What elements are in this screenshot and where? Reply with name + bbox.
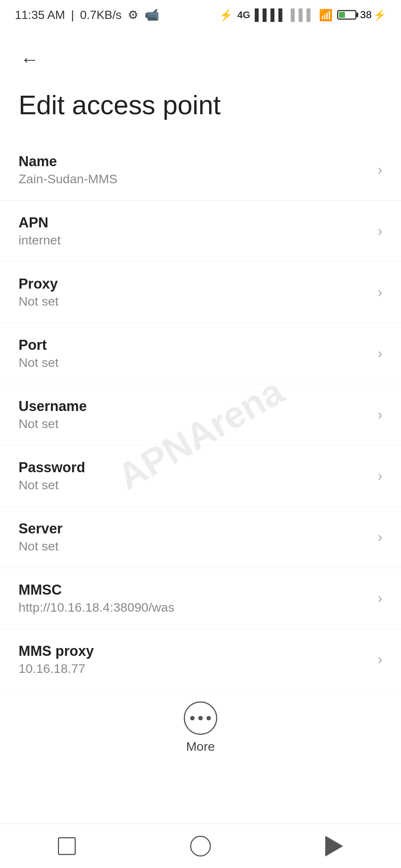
settings-label-proxy: Proxy <box>19 276 370 292</box>
settings-item-content-mmsc: MMSC http://10.16.18.4:38090/was <box>19 582 370 615</box>
signal-icon-2: ▌▌▌ <box>291 9 314 21</box>
more-button[interactable]: More <box>184 701 217 754</box>
settings-item-content-port: Port Not set <box>19 337 370 370</box>
settings-label-port: Port <box>19 337 370 353</box>
settings-list: Name Zain-Sudan-MMS › APN internet › Pro… <box>0 139 401 690</box>
settings-value-mms-proxy: 10.16.18.77 <box>19 661 370 676</box>
dot-3 <box>206 716 211 720</box>
settings-value-username: Not set <box>19 417 370 431</box>
settings-item-username[interactable]: Username Not set › <box>0 384 401 445</box>
settings-item-mmsc[interactable]: MMSC http://10.16.18.4:38090/was › <box>0 568 401 629</box>
chevron-right-icon-mms-proxy: › <box>378 652 382 668</box>
settings-value-apn: internet <box>19 233 370 247</box>
settings-label-name: Name <box>19 154 370 170</box>
battery-fill <box>339 12 345 18</box>
dot-2 <box>198 716 203 720</box>
home-icon <box>190 836 211 857</box>
status-icons-right: ⚡ 4G ▌▌▌▌ ▌▌▌ 📶 38 ⚡ <box>219 9 386 22</box>
settings-item-content-password: Password Not set <box>19 460 370 492</box>
battery-box <box>337 10 356 20</box>
charging-icon: ⚡ <box>373 9 386 21</box>
settings-label-apn: APN <box>19 215 370 231</box>
settings-label-mms-proxy: MMS proxy <box>19 643 370 659</box>
battery-indicator: 38 ⚡ <box>337 9 386 21</box>
settings-item-password[interactable]: Password Not set › <box>0 445 401 507</box>
settings-item-content-proxy: Proxy Not set <box>19 276 370 309</box>
camera-icon: 📹 <box>144 8 159 22</box>
more-circle-icon <box>184 701 217 735</box>
settings-item-content-apn: APN internet <box>19 215 370 247</box>
settings-icon: ⚙ <box>128 8 138 22</box>
dot-1 <box>190 716 195 720</box>
back-button[interactable]: ← <box>15 45 45 74</box>
more-label: More <box>186 739 215 754</box>
more-dots <box>190 716 211 720</box>
status-left: 11:35 AM | 0.7KB/s ⚙ 📹 <box>15 8 159 22</box>
page-title: Edit access point <box>0 82 401 139</box>
settings-value-mmsc: http://10.16.18.4:38090/was <box>19 600 370 615</box>
nav-back[interactable] <box>316 831 353 861</box>
settings-item-proxy[interactable]: Proxy Not set › <box>0 262 401 323</box>
speed-display: | <box>71 8 74 22</box>
nav-recent-apps[interactable] <box>48 831 85 861</box>
recent-apps-icon <box>58 837 76 855</box>
settings-value-server: Not set <box>19 539 370 553</box>
nav-home[interactable] <box>182 831 219 861</box>
settings-item-port[interactable]: Port Not set › <box>0 323 401 384</box>
settings-label-server: Server <box>19 521 370 537</box>
settings-label-username: Username <box>19 398 370 414</box>
status-bar: 11:35 AM | 0.7KB/s ⚙ 📹 ⚡ 4G ▌▌▌▌ ▌▌▌ 📶 3… <box>0 0 401 30</box>
signal-icon: ▌▌▌▌ <box>255 9 286 21</box>
back-arrow-icon: ← <box>20 49 39 70</box>
settings-label-password: Password <box>19 460 370 476</box>
settings-value-name: Zain-Sudan-MMS <box>19 172 370 186</box>
settings-item-content-username: Username Not set <box>19 398 370 431</box>
settings-item-apn[interactable]: APN internet › <box>0 201 401 262</box>
battery-level: 38 <box>360 9 372 21</box>
speed-value: 0.7KB/s <box>80 8 122 22</box>
chevron-right-icon-mmsc: › <box>378 591 382 606</box>
settings-item-server[interactable]: Server Not set › <box>0 507 401 568</box>
settings-item-mms-proxy[interactable]: MMS proxy 10.16.18.77 › <box>0 629 401 690</box>
settings-label-mmsc: MMSC <box>19 582 370 598</box>
wifi-icon: 📶 <box>319 9 333 22</box>
back-icon <box>325 836 343 857</box>
4g-icon: 4G <box>237 9 250 21</box>
settings-value-password: Not set <box>19 478 370 492</box>
back-area: ← <box>0 30 401 82</box>
time-display: 11:35 AM <box>15 8 65 22</box>
settings-value-port: Not set <box>19 355 370 370</box>
settings-item-name[interactable]: Name Zain-Sudan-MMS › <box>0 139 401 201</box>
settings-value-proxy: Not set <box>19 294 370 309</box>
bluetooth-icon: ⚡ <box>219 9 233 22</box>
chevron-right-icon-password: › <box>378 468 382 484</box>
settings-item-content-mms-proxy: MMS proxy 10.16.18.77 <box>19 643 370 676</box>
settings-item-content-name: Name Zain-Sudan-MMS <box>19 154 370 186</box>
more-section: More <box>0 690 401 765</box>
chevron-right-icon-proxy: › <box>378 285 382 300</box>
nav-bar <box>0 823 401 868</box>
settings-item-content-server: Server Not set <box>19 521 370 553</box>
chevron-right-icon-name: › <box>378 162 382 178</box>
chevron-right-icon-server: › <box>378 529 382 545</box>
chevron-right-icon-port: › <box>378 346 382 362</box>
chevron-right-icon-username: › <box>378 407 382 423</box>
chevron-right-icon-apn: › <box>378 223 382 239</box>
